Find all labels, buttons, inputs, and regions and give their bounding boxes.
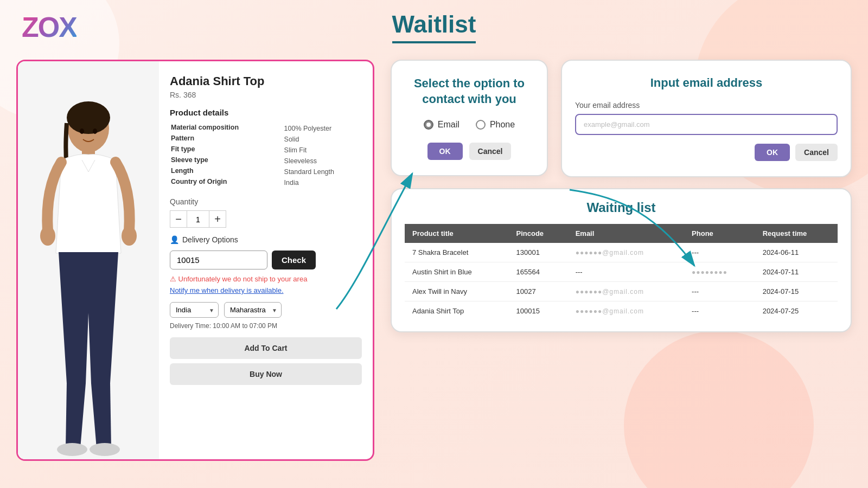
- cell-request-time: 2024-07-15: [755, 282, 838, 301]
- table-row: 7 Shakra Bracelet 130001 ●●●●●●@gmail.co…: [405, 243, 838, 262]
- svg-point-1: [67, 101, 110, 134]
- cell-phone: ●●●●●●●●: [684, 262, 755, 282]
- add-to-cart-button[interactable]: Add To Cart: [170, 337, 362, 359]
- cell-pincode: 100015: [509, 301, 568, 321]
- cell-email: ●●●●●●@gmail.com: [568, 301, 684, 321]
- cell-email: ●●●●●●@gmail.com: [568, 282, 684, 301]
- table-row: Adania Shirt Top 100015 ●●●●●●@gmail.com…: [405, 301, 838, 321]
- email-ok-button[interactable]: OK: [755, 144, 790, 161]
- table-row: Austin Shirt in Blue 165564 --- ●●●●●●●●…: [405, 262, 838, 282]
- waiting-list-title: Waiting list: [405, 200, 838, 215]
- waiting-list-table: Product title Pincode Email Phone Reques…: [405, 224, 838, 320]
- detail-row: Sleeve type Sleeveless: [171, 156, 361, 166]
- detail-value: India: [284, 178, 361, 188]
- quantity-decrease-button[interactable]: −: [170, 210, 187, 228]
- email-blurred: ●●●●●●@gmail.com: [576, 288, 644, 296]
- phone-option-label: Phone: [490, 120, 515, 130]
- selects-row: India Maharastra: [170, 302, 362, 318]
- svg-point-5: [57, 443, 87, 456]
- pincode-row: Check: [170, 251, 362, 269]
- cell-pincode: 10027: [509, 282, 568, 301]
- country-select[interactable]: India: [170, 302, 219, 318]
- state-select-wrapper: Maharastra: [224, 302, 282, 318]
- phone-radio[interactable]: [476, 120, 486, 130]
- detail-row: Material composition 100% Polyester: [171, 124, 361, 133]
- person-icon: 👤: [170, 235, 179, 244]
- table-row: Alex Twill in Navy 10027 ●●●●●●@gmail.co…: [405, 282, 838, 301]
- pincode-input[interactable]: [170, 251, 267, 269]
- contact-ok-button[interactable]: OK: [427, 143, 463, 160]
- error-message: ⚠ Unfortunately we do not ship to your a…: [170, 275, 362, 283]
- phone-option[interactable]: Phone: [476, 120, 515, 130]
- detail-value: 100% Polyester: [284, 124, 361, 133]
- col-email: Email: [568, 224, 684, 243]
- product-name: Adania Shirt Top: [170, 74, 362, 88]
- svg-point-8: [93, 129, 97, 134]
- svg-point-6: [90, 443, 120, 456]
- email-blurred: ●●●●●●@gmail.com: [576, 249, 644, 256]
- header: ZOX Waitlist: [0, 0, 868, 54]
- delivery-time: Delivery Time: 10:00 AM to 07:00 PM: [170, 322, 362, 330]
- detail-label: Fit type: [171, 145, 283, 155]
- detail-value: Sleeveless: [284, 156, 361, 166]
- cell-email: ●●●●●●@gmail.com: [568, 243, 684, 262]
- waiting-list-card: Waiting list Product title Pincode Email…: [391, 188, 852, 332]
- dialogs-row: Select the option to contact with you Em…: [391, 60, 852, 177]
- col-product-title: Product title: [405, 224, 509, 243]
- email-option-label: Email: [438, 120, 459, 130]
- quantity-control: − 1 +: [170, 210, 362, 228]
- detail-label: Sleeve type: [171, 156, 283, 166]
- check-button[interactable]: Check: [272, 251, 316, 269]
- cell-request-time: 2024-06-11: [755, 243, 838, 262]
- detail-value: Slim Fit: [284, 145, 361, 155]
- contact-dialog: Select the option to contact with you Em…: [391, 60, 548, 176]
- detail-row: Fit type Slim Fit: [171, 145, 361, 155]
- cell-product: Austin Shirt in Blue: [405, 262, 509, 282]
- svg-point-7: [80, 129, 84, 134]
- table-header-row: Product title Pincode Email Phone Reques…: [405, 224, 838, 243]
- buy-now-button[interactable]: Buy Now: [170, 363, 362, 385]
- detail-row: Pattern Solid: [171, 134, 361, 144]
- email-input[interactable]: [575, 114, 838, 135]
- contact-cancel-button[interactable]: Cancel: [469, 143, 512, 160]
- delivery-options-label: 👤 Delivery Options: [170, 235, 362, 244]
- contact-dialog-title: Select the option to contact with you: [405, 76, 534, 107]
- main-content: Adania Shirt Top Rs. 368 Product details…: [0, 54, 868, 466]
- detail-value: Solid: [284, 134, 361, 144]
- product-price: Rs. 368: [170, 91, 362, 99]
- cell-phone: ---: [684, 301, 755, 321]
- col-request-time: Request time: [755, 224, 838, 243]
- detail-row: Country of Origin India: [171, 178, 361, 188]
- product-image-area: [18, 61, 159, 459]
- email-dialog: Input email address Your email address O…: [561, 60, 852, 177]
- detail-row: Length Standard Length: [171, 167, 361, 177]
- radio-options: Email Phone: [405, 120, 534, 130]
- contact-dialog-buttons: OK Cancel: [405, 143, 534, 160]
- detail-label: Pattern: [171, 134, 283, 144]
- email-radio[interactable]: [424, 120, 433, 130]
- email-dialog-buttons: OK Cancel: [575, 144, 838, 161]
- col-pincode: Pincode: [509, 224, 568, 243]
- cell-product: Adania Shirt Top: [405, 301, 509, 321]
- cell-product: Alex Twill in Navy: [405, 282, 509, 301]
- state-select[interactable]: Maharastra: [224, 302, 282, 318]
- quantity-value: 1: [187, 210, 209, 228]
- product-details-title: Product details: [170, 108, 362, 117]
- email-cancel-button[interactable]: Cancel: [795, 144, 838, 161]
- cell-pincode: 165564: [509, 262, 568, 282]
- detail-label: Country of Origin: [171, 178, 283, 188]
- col-phone: Phone: [684, 224, 755, 243]
- email-label: Your email address: [575, 101, 838, 110]
- quantity-label: Quantity: [170, 197, 362, 206]
- email-option[interactable]: Email: [424, 120, 459, 130]
- logo: ZOX: [22, 11, 76, 43]
- cell-request-time: 2024-07-25: [755, 301, 838, 321]
- notify-link[interactable]: Notify me when delivery is available.: [170, 286, 362, 294]
- detail-label: Length: [171, 167, 283, 177]
- email-dialog-title: Input email address: [575, 76, 838, 90]
- phone-blurred: ●●●●●●●●: [692, 268, 727, 276]
- cell-pincode: 130001: [509, 243, 568, 262]
- quantity-increase-button[interactable]: +: [209, 210, 226, 228]
- email-blurred: ●●●●●●@gmail.com: [576, 307, 644, 315]
- right-panel: Select the option to contact with you Em…: [391, 60, 852, 461]
